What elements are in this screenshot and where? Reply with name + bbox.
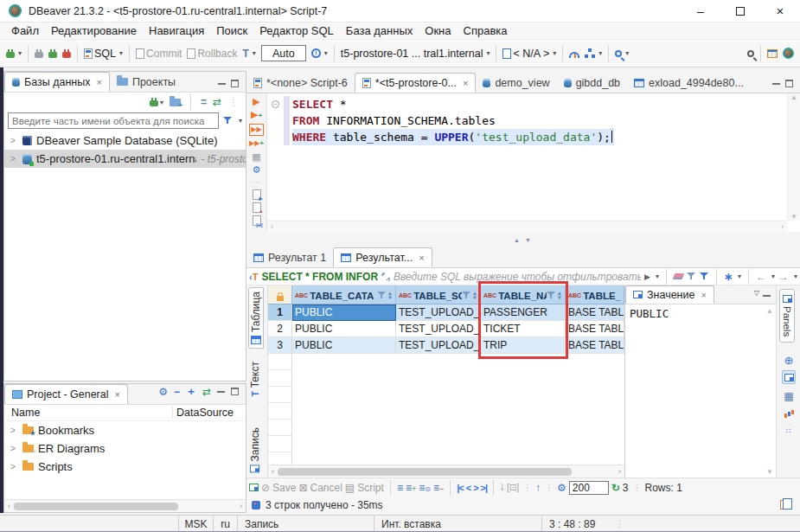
save-filter-icon[interactable] xyxy=(700,272,709,280)
menu-file[interactable]: Файл xyxy=(5,24,45,37)
row-number[interactable]: 1 xyxy=(268,304,292,321)
references-panel-icon[interactable]: ∷ xyxy=(782,424,796,438)
tab-databases[interactable]: Базы данных× xyxy=(4,72,110,92)
edit-cell-icon[interactable]: ≡ xyxy=(397,482,403,494)
save-button[interactable]: ⊘Save xyxy=(261,482,296,494)
scroll-left-icon[interactable]: ‹ xyxy=(4,502,14,510)
value-scrollbar[interactable]: ▲▼ xyxy=(765,307,775,476)
explain-plan-icon[interactable]: ▦ xyxy=(252,151,260,162)
grid-settings-gear-icon[interactable]: ⚙ xyxy=(557,482,566,494)
reconnect-button[interactable] xyxy=(46,43,60,64)
cancel-button[interactable]: ⊠Cancel xyxy=(298,482,342,494)
tab-script-6[interactable]: *<none> Script-6 xyxy=(246,73,355,93)
disconnect-button[interactable] xyxy=(60,43,74,64)
menu-sql-editor[interactable]: Редактор SQL xyxy=(253,24,340,37)
grid-corner[interactable] xyxy=(268,285,292,304)
scrollbar-thumb[interactable] xyxy=(278,468,572,476)
copy-results-icon[interactable] xyxy=(780,500,788,510)
scrollbar-thumb[interactable] xyxy=(14,503,178,510)
export-data-icon[interactable]: ↑ xyxy=(535,482,541,494)
editor-horizontal-scrollbar[interactable]: ‹› xyxy=(267,221,787,232)
minimize-view-icon[interactable] xyxy=(218,82,226,85)
tree-item-t5-prostore[interactable]: > t5-prostore-01.ru-central1.internal - … xyxy=(4,150,246,168)
tree-item-er-diagrams[interactable]: > ▫ ER Diagrams xyxy=(4,439,246,458)
last-row-icon[interactable]: >| xyxy=(481,483,488,493)
commit-mode-field[interactable]: Auto xyxy=(259,43,309,64)
schema-selector[interactable]: < N/A >▾ xyxy=(500,43,559,64)
sql-code[interactable]: SELECT *FROM INFORMATION_SCHEMA.tablesWH… xyxy=(292,96,614,145)
tab-grid-presentation[interactable]: Таблица xyxy=(248,287,264,349)
menu-help[interactable]: Справка xyxy=(458,24,514,37)
row-number[interactable]: 3 xyxy=(268,337,292,354)
object-search-input[interactable] xyxy=(8,112,219,129)
custom-filter-icon[interactable]: ‹T xyxy=(249,272,258,282)
grid-cell[interactable]: TEST_UPLOAD_DAT xyxy=(396,321,481,337)
new-connection-button[interactable]: ▾ xyxy=(3,43,24,64)
connection-selector[interactable]: t5-prostore-01 ... tral1.internal▾ xyxy=(338,43,493,64)
expand-filter-icon[interactable] xyxy=(381,272,390,281)
menu-edit[interactable]: Редактирование xyxy=(45,24,143,37)
settings-gear-icon[interactable]: ⚙ xyxy=(158,386,168,398)
code-fold-icon[interactable]: − xyxy=(272,100,279,108)
column-header-table-catalog[interactable]: ABCTABLE_CATA▲▼ xyxy=(292,285,396,304)
rollback-button[interactable]: Rollback xyxy=(184,43,240,64)
show-output-icon[interactable]: [x] xyxy=(253,215,261,226)
fetch-page-icon[interactable]: ⤵ xyxy=(500,483,504,492)
grid-cell[interactable]: PUBLIC xyxy=(292,321,396,337)
new-folder-icon[interactable]: + xyxy=(170,99,181,106)
maximize-editor-icon[interactable] xyxy=(785,80,793,87)
maximize-view-icon[interactable] xyxy=(231,388,239,395)
code-line[interactable]: SELECT * xyxy=(292,96,614,112)
code-line[interactable]: FROM INFORMATION_SCHEMA.tables xyxy=(292,112,614,129)
tree-item-sample-db[interactable]: > DBeaver Sample Database (SQLite) xyxy=(4,131,246,150)
tab-demo-view[interactable]: demo_view xyxy=(476,73,556,93)
tab-record-presentation[interactable]: Запись xyxy=(248,424,262,476)
tree-item-scripts[interactable]: > Scripts xyxy=(4,458,246,476)
menu-database[interactable]: База данных xyxy=(340,24,419,37)
perspective-button[interactable] xyxy=(765,43,780,64)
minimize-panel-icon[interactable] xyxy=(763,294,771,297)
value-viewer-toggle-icon[interactable]: ⊕ xyxy=(782,353,796,367)
export-result-icon[interactable]: ▸ xyxy=(253,189,261,200)
next-row-icon[interactable]: > xyxy=(473,483,477,493)
search-metadata-button[interactable]: ▾ xyxy=(612,43,631,64)
tree-item-bookmarks[interactable]: > ★ Bookmarks xyxy=(4,421,246,439)
add-row-icon[interactable]: ≡+ xyxy=(406,482,416,494)
quick-access-search[interactable] xyxy=(745,43,757,64)
grid-horizontal-scrollbar[interactable]: ‹ › xyxy=(268,465,624,478)
view-menu-icon[interactable]: ⋮ xyxy=(229,98,237,107)
close-icon[interactable]: × xyxy=(701,290,706,300)
grid-cell[interactable]: BASE TABLE xyxy=(566,304,624,321)
minimize-view-icon[interactable] xyxy=(217,390,225,393)
value-content[interactable]: PUBLIC xyxy=(625,304,776,478)
tab-project-general[interactable]: Project - General× xyxy=(4,384,128,404)
execute-script-new-tab-icon[interactable]: ▶▶+ xyxy=(249,138,264,149)
row-number[interactable]: 2 xyxy=(268,321,292,337)
tasks-button[interactable]: ▾ xyxy=(582,43,605,64)
panel-menu-icon[interactable]: ▽ xyxy=(754,289,759,297)
duplicate-row-icon[interactable]: ≡⊙ xyxy=(419,482,431,494)
fetch-size-input[interactable] xyxy=(569,481,609,495)
scroll-right-icon[interactable]: › xyxy=(236,502,246,510)
maximize-button[interactable] xyxy=(720,0,760,22)
transaction-log-button[interactable]: ▾ xyxy=(309,43,330,64)
tab-result-2-active[interactable]: Результат... × xyxy=(333,247,432,267)
tab-result-1[interactable]: Результат 1 xyxy=(246,247,333,267)
delete-row-icon[interactable]: ≡− xyxy=(433,482,444,494)
column-header-table-type[interactable]: ABCTABLE_TY xyxy=(566,285,624,304)
metadata-panel-icon[interactable]: ▦ xyxy=(782,389,796,403)
dbeaver-perspective-button[interactable] xyxy=(780,43,797,64)
link-icon[interactable]: ⇄ xyxy=(202,386,211,398)
tab-value[interactable]: Значение× xyxy=(625,285,714,304)
panels-menu-icon[interactable]: ∗ xyxy=(724,271,733,283)
tab-text-presentation[interactable]: T Текст xyxy=(248,358,262,400)
expand-chevron-icon[interactable]: > xyxy=(8,154,18,163)
calc-panel-icon[interactable] xyxy=(782,407,796,420)
close-icon[interactable]: × xyxy=(419,253,424,263)
commit-button[interactable]: Commit xyxy=(133,43,184,64)
clear-filter-icon[interactable] xyxy=(673,273,685,279)
editor-vertical-scrollbar[interactable]: ▲▼ xyxy=(787,93,800,221)
grid-cell[interactable]: PUBLIC xyxy=(292,337,396,354)
close-icon[interactable]: × xyxy=(114,389,119,400)
expand-icon[interactable]: ＋ xyxy=(186,384,196,399)
